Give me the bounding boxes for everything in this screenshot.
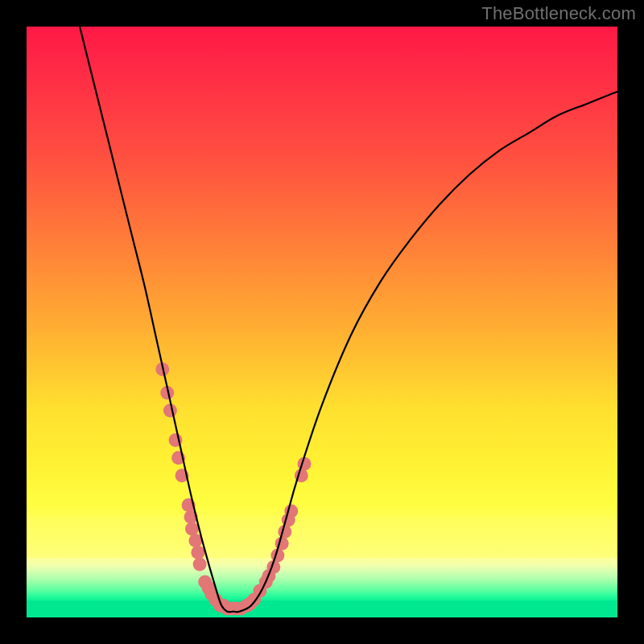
- data-marker: [191, 546, 204, 559]
- chart-frame: TheBottleneck.com: [0, 0, 644, 644]
- watermark-text: TheBottleneck.com: [481, 3, 636, 24]
- data-marker: [278, 525, 291, 539]
- data-marker: [163, 404, 177, 418]
- curve-svg: [27, 27, 617, 617]
- bottleneck-curve: [80, 27, 617, 612]
- data-marker: [193, 557, 207, 571]
- marker-group: [155, 362, 311, 615]
- plot-area: [27, 27, 617, 617]
- data-marker: [185, 522, 199, 535]
